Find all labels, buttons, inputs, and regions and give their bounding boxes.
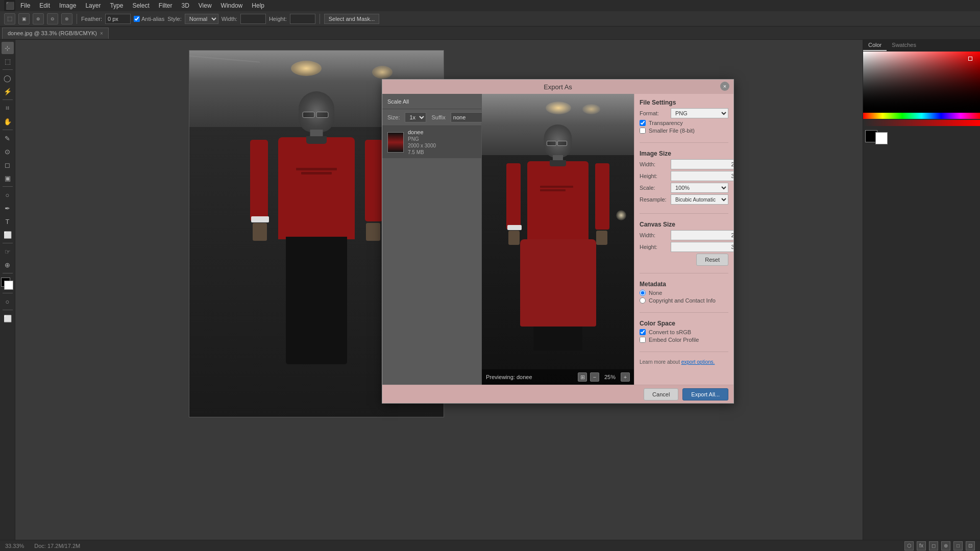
image-width-row: Width: px [640,159,728,169]
smart-object-icon[interactable]: ⬡ [904,541,914,550]
transparency-checkbox[interactable] [640,120,646,126]
background-color[interactable] [4,281,13,290]
metadata-copyright-radio[interactable] [640,297,646,304]
tool-lasso[interactable]: ◯ [2,72,14,84]
tool-quick-mask[interactable]: ○ [2,295,14,308]
dialog-preview: Previewing: donee ⊞ − 25% + [482,94,634,385]
menu-type[interactable]: Type [106,1,127,10]
canvas-reset-btn[interactable]: Reset [696,254,728,266]
cancel-btn[interactable]: Cancel [644,388,678,400]
background-swatch[interactable] [875,132,888,144]
metadata-title: Metadata [640,281,728,288]
tool-blur[interactable]: ○ [2,189,14,201]
smaller-file-checkbox[interactable] [640,128,646,134]
preview-person-figure [514,124,601,369]
tool-separator-5 [3,243,13,243]
divider-2 [640,213,728,214]
tool-eraser[interactable]: ◻ [2,159,14,171]
tool-crop[interactable]: ⌗ [2,102,14,114]
embed-profile-checkbox[interactable] [640,337,646,343]
menu-layer[interactable]: Layer [81,1,105,10]
color-saturation-field[interactable] [863,52,980,113]
canvas-width-input[interactable] [671,230,733,240]
tool-clone[interactable]: ⊙ [2,145,14,158]
person-figure [260,91,373,397]
color-tab[interactable]: Color [863,40,887,51]
document-tab[interactable]: donee.jpg @ 33.3% (RGB/8/CMYK) × [2,28,109,39]
export-all-btn[interactable]: Export All... [682,388,728,400]
tool-text[interactable]: T [2,215,14,228]
menu-edit[interactable]: Edit [35,1,54,10]
new-selection-btn[interactable]: ▣ [18,13,30,24]
height-input[interactable] [290,14,315,24]
menu-help[interactable]: Help [248,1,268,10]
tool-pen[interactable]: ✒ [2,202,14,214]
folder-icon[interactable]: □ [953,541,963,550]
menu-view[interactable]: View [194,1,216,10]
marquee-options-btn[interactable]: ⬚ [4,13,15,24]
tab-filename: donee.jpg @ 33.3% (RGB/8/CMYK) [8,30,97,36]
swatches-tab[interactable]: Swatches [887,40,921,51]
tool-marquee[interactable]: ⬚ [2,55,14,67]
format-select[interactable]: PNG [671,108,728,118]
tool-hand[interactable]: ☞ [2,245,14,258]
tool-separator-4 [3,186,13,187]
trash-icon[interactable]: ⊡ [966,541,975,550]
learn-more-text: Learn more about [640,359,680,365]
tool-shape[interactable]: ⬜ [2,229,14,241]
panel-tabs: Color Swatches [863,40,980,52]
zoom-minus-btn[interactable]: − [590,372,599,382]
tool-separator-3 [3,130,13,130]
menu-3d[interactable]: 3D [177,1,193,10]
tool-magic-wand[interactable]: ⚡ [2,85,14,97]
menu-window[interactable]: Window [217,1,247,10]
color-picker-handle[interactable] [968,57,972,61]
alpha-slider[interactable] [863,120,980,126]
tool-brush[interactable]: ✎ [2,132,14,144]
width-input[interactable] [240,14,266,24]
zoom-fit-btn[interactable]: ⊞ [578,372,587,382]
canvas-height-input[interactable] [671,242,733,252]
tool-zoom[interactable]: ⊕ [2,259,14,271]
hue-slider[interactable] [863,113,980,119]
tool-move[interactable]: ⊹ [2,42,14,54]
mask-icon[interactable]: ◻ [929,541,938,550]
resample-select[interactable]: Bicubic Automatic [671,194,728,205]
export-options-link[interactable]: export options. [681,359,715,365]
file-size: 7.5 MB [408,149,436,155]
suffix-input[interactable] [451,112,486,122]
intersect-selection-btn[interactable]: ⊗ [61,13,72,24]
file-list-item[interactable]: donee PNG 2000 x 3000 7.5 MB [382,126,481,158]
app-icon[interactable]: ⬛ [4,0,15,11]
add-selection-btn[interactable]: ⊕ [33,13,44,24]
select-mask-btn[interactable]: Select and Mask... [324,14,380,24]
menu-filter[interactable]: Filter [155,1,177,10]
tab-close-btn[interactable]: × [100,31,103,36]
file-name: donee [408,129,436,135]
zoom-plus-btn[interactable]: + [621,372,630,382]
adjustment-icon[interactable]: ⊕ [941,541,950,550]
menu-select[interactable]: Select [128,1,153,10]
anti-alias-checkbox[interactable] [134,16,140,22]
size-select[interactable]: 1x [405,112,426,122]
feather-input[interactable] [105,14,131,24]
toolbar-divider-1 [77,14,77,24]
style-select[interactable]: Normal [185,14,218,24]
menu-file[interactable]: File [16,1,34,10]
fx-icon[interactable]: fx [917,541,926,550]
tool-eyedropper[interactable]: ✋ [2,115,14,128]
image-width-input[interactable] [671,159,733,169]
tool-gradient[interactable]: ▣ [2,172,14,184]
dialog-close-btn[interactable]: × [720,82,729,91]
subtract-selection-btn[interactable]: ⊖ [47,13,58,24]
person-arm-right [365,140,383,221]
image-scale-select[interactable]: 100% [671,183,728,193]
metadata-none-radio[interactable] [640,290,646,296]
preview-pants [534,243,582,350]
preview-collar [550,160,566,166]
menu-image[interactable]: Image [55,1,80,10]
convert-srgb-checkbox[interactable] [640,329,646,335]
embed-profile-label: Embed Color Profile [649,337,699,343]
tool-screen-mode[interactable]: ⬜ [2,312,14,324]
image-height-input[interactable] [671,171,733,181]
